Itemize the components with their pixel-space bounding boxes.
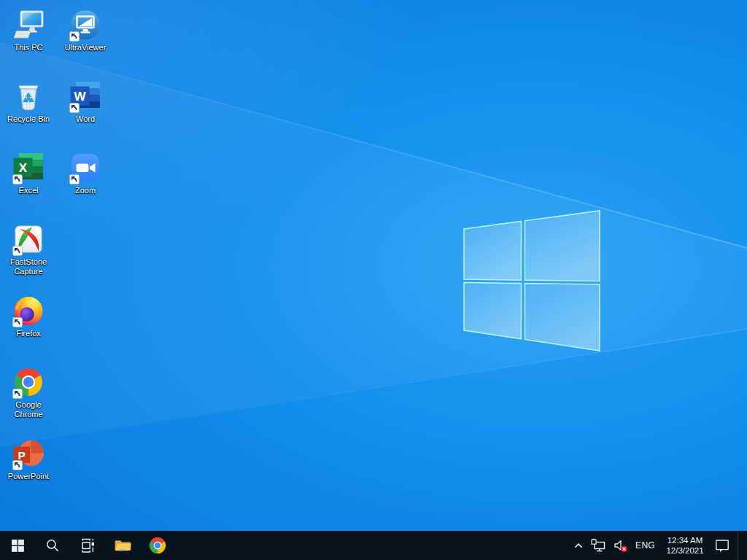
shortcut-arrow-icon: [12, 317, 23, 327]
windows-wallpaper-logo-icon: [460, 206, 603, 353]
desktop-icon-label: UltraViewer: [58, 43, 112, 52]
shortcut-arrow-icon: [69, 31, 80, 42]
desktop: This PC UltraViewer: [0, 0, 747, 531]
hidden-icons-chevron[interactable]: [573, 541, 584, 551]
shortcut-arrow-icon: [69, 174, 80, 184]
desktop-icon-google-chrome[interactable]: Google Chrome: [1, 366, 55, 419]
desktop-icon-powerpoint[interactable]: P PowerPoint: [1, 438, 55, 481]
search-button[interactable]: [35, 531, 70, 560]
svg-text:P: P: [18, 449, 26, 462]
shortcut-arrow-icon: [12, 174, 23, 184]
desktop-icon-label: FastStone Capture: [1, 257, 55, 276]
desktop-icon-label: Google Chrome: [1, 400, 55, 419]
desktop-icon-this-pc[interactable]: This PC: [1, 9, 55, 52]
desktop-icon-word[interactable]: W Word: [58, 80, 112, 124]
taskbar: ENG 12:34 AM 12/3/2021: [0, 531, 747, 560]
system-tray: ENG 12:34 AM 12/3/2021: [573, 531, 747, 560]
action-center-button[interactable]: [715, 538, 729, 553]
desktop-icon-label: PowerPoint: [1, 472, 55, 481]
clock-time: 12:34 AM: [662, 535, 708, 545]
svg-text:X: X: [19, 161, 28, 175]
shortcut-arrow-icon: [12, 460, 23, 470]
desktop-icon-excel[interactable]: X Excel: [1, 152, 55, 195]
desktop-icon-zoom[interactable]: Zoom: [58, 152, 112, 195]
folder-icon: [114, 538, 132, 553]
windows-logo-icon: [12, 540, 24, 552]
taskbar-clock[interactable]: 12:34 AM 12/3/2021: [662, 535, 708, 556]
desktop-icon-faststone-capture[interactable]: FastStone Capture: [1, 223, 55, 276]
desktop-icon-label: Zoom: [58, 186, 112, 195]
start-button[interactable]: [0, 531, 35, 560]
network-tray-icon[interactable]: [591, 538, 606, 553]
desktop-icon-label: Recycle Bin: [1, 114, 55, 124]
language-indicator[interactable]: ENG: [635, 540, 655, 551]
search-icon: [46, 539, 59, 552]
recycle-bin-icon: [12, 80, 44, 112]
desktop-icon-label: Word: [58, 114, 112, 124]
desktop-icon-firefox[interactable]: Firefox: [1, 295, 55, 338]
show-desktop-button[interactable]: [737, 531, 741, 560]
task-view-icon: [80, 538, 95, 553]
shortcut-arrow-icon: [69, 103, 80, 113]
chrome-icon: [148, 536, 167, 555]
desktop-icon-label: This PC: [1, 43, 55, 52]
desktop-icon-recycle-bin[interactable]: Recycle Bin: [1, 80, 55, 124]
desktop-icon-ultraviewer[interactable]: UltraViewer: [58, 9, 112, 52]
svg-text:W: W: [74, 90, 86, 104]
clock-date: 12/3/2021: [662, 545, 708, 556]
network-icon: [591, 538, 606, 553]
desktop-icon-label: Excel: [1, 186, 55, 195]
shortcut-arrow-icon: [12, 389, 23, 399]
chevron-up-icon: [573, 541, 584, 551]
desktop-icon-label: Firefox: [1, 329, 55, 338]
volume-tray-icon[interactable]: [614, 539, 628, 553]
shortcut-arrow-icon: [12, 246, 23, 256]
action-center-icon: [715, 538, 729, 553]
this-pc-icon: [12, 9, 44, 41]
task-view-button[interactable]: [70, 531, 105, 560]
volume-muted-icon: [614, 539, 628, 553]
file-explorer-button[interactable]: [105, 531, 140, 560]
chrome-taskbar-button[interactable]: [140, 531, 175, 560]
